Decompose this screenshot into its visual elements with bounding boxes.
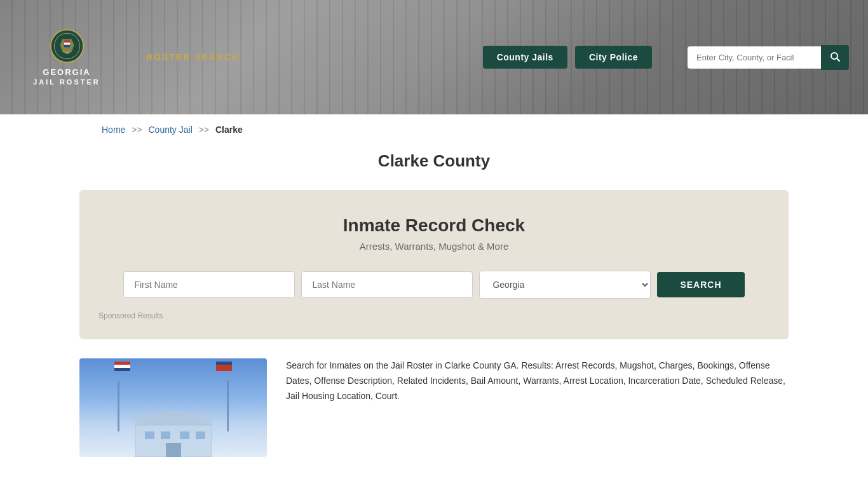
svg-rect-21 (166, 443, 181, 457)
svg-marker-16 (135, 409, 212, 425)
record-check-subtitle: Arrests, Warrants, Mugshot & More (98, 241, 770, 252)
header-search-button[interactable] (821, 45, 849, 70)
svg-rect-9 (114, 362, 130, 365)
breadcrumb-sep-2: >> (199, 125, 209, 135)
svg-line-8 (837, 58, 839, 61)
record-check-form: AlabamaAlaskaArizonaArkansasCaliforniaCo… (98, 271, 770, 299)
svg-rect-18 (161, 431, 170, 439)
roster-search-label: ROSTER SEARCH (146, 52, 240, 62)
logo-subtitle: JAIL ROSTER (33, 78, 100, 86)
svg-rect-3 (64, 40, 69, 43)
breadcrumb-sep-1: >> (132, 125, 142, 135)
breadcrumb: Home >> County Jail >> Clarke (0, 114, 868, 145)
header-search-input[interactable] (688, 46, 821, 69)
sponsored-results-label: Sponsored Results (98, 311, 770, 320)
breadcrumb-current: Clarke (215, 125, 243, 135)
svg-rect-12 (216, 362, 232, 365)
header-search-bar (688, 45, 849, 70)
svg-text:GA: GA (64, 50, 69, 54)
bottom-section: Search for Inmates on the Jail Roster in… (0, 358, 868, 457)
header: GA GEORGIA JAIL ROSTER ROSTER SEARCH Cou… (0, 0, 868, 114)
city-police-button[interactable]: City Police (575, 46, 652, 69)
first-name-input[interactable] (123, 271, 295, 298)
nav-buttons: County Jails City Police (483, 46, 652, 69)
georgia-seal-icon: GA (50, 29, 85, 64)
breadcrumb-home[interactable]: Home (102, 125, 125, 135)
state-select[interactable]: AlabamaAlaskaArizonaArkansasCaliforniaCo… (479, 271, 651, 299)
building-decoration (123, 406, 224, 457)
svg-rect-13 (216, 365, 232, 368)
header-content: GA GEORGIA JAIL ROSTER ROSTER SEARCH Cou… (0, 0, 868, 114)
logo-title: GEORGIA (43, 67, 90, 78)
courthouse-image (79, 358, 267, 457)
bottom-description: Search for Inmates on the Jail Roster in… (286, 358, 789, 403)
page-title: Clarke County (0, 151, 868, 171)
last-name-input[interactable] (301, 271, 473, 298)
svg-rect-4 (64, 43, 69, 45)
inmate-record-check-box: Inmate Record Check Arrests, Warrants, M… (79, 190, 789, 339)
flag-pole-decoration (227, 381, 229, 431)
svg-rect-17 (145, 431, 154, 439)
record-search-button[interactable]: SEARCH (657, 272, 744, 297)
svg-rect-19 (180, 431, 189, 439)
logo-area[interactable]: GA GEORGIA JAIL ROSTER (19, 29, 114, 86)
svg-rect-10 (114, 365, 130, 368)
record-check-title: Inmate Record Check (98, 215, 770, 236)
svg-rect-20 (196, 431, 205, 439)
flag-decoration-icon (114, 362, 130, 371)
breadcrumb-county-jail[interactable]: County Jail (149, 125, 193, 135)
county-jails-button[interactable]: County Jails (483, 46, 567, 69)
svg-rect-11 (114, 368, 130, 371)
svg-rect-14 (216, 368, 232, 371)
svg-rect-5 (64, 45, 69, 48)
georgia-flag-decoration-icon (216, 362, 232, 371)
search-icon (830, 51, 840, 62)
